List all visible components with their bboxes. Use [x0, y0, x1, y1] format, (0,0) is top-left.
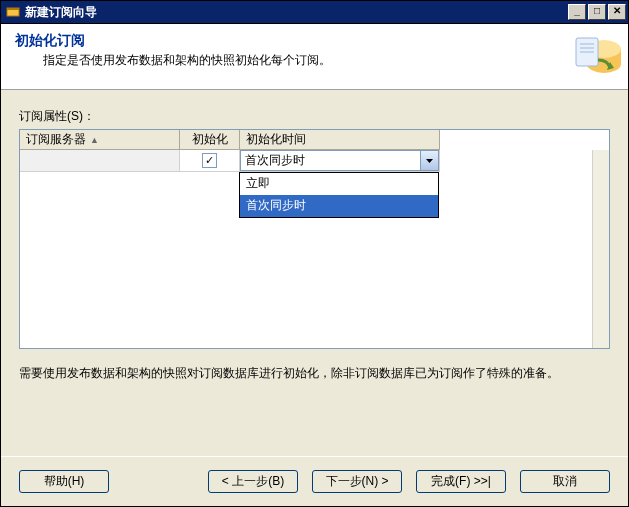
window-controls: _ □ ✕: [568, 2, 628, 22]
col-header-init-label: 初始化: [192, 131, 228, 148]
sort-asc-icon: ▲: [90, 135, 99, 145]
dropdown-option-first-sync[interactable]: 首次同步时: [240, 195, 438, 217]
grid-row: ✓ 首次同步时: [20, 150, 609, 172]
header-panel: 初始化订阅 指定是否使用发布数据和架构的快照初始化每个订阅。: [1, 24, 628, 90]
page-subtitle: 指定是否使用发布数据和架构的快照初始化每个订阅。: [43, 52, 614, 69]
combo-dropdown-button[interactable]: [420, 151, 438, 170]
col-header-time-label: 初始化时间: [246, 131, 306, 148]
svg-marker-10: [426, 159, 433, 163]
chevron-down-icon: [426, 159, 433, 163]
app-icon: [5, 4, 21, 20]
init-time-dropdown-list[interactable]: 立即 首次同步时: [239, 172, 439, 218]
page-title: 初始化订阅: [15, 32, 614, 50]
minimize-button[interactable]: _: [568, 4, 586, 20]
combo-selected-value: 首次同步时: [241, 152, 420, 169]
next-button[interactable]: 下一步(N) >: [312, 470, 402, 493]
dropdown-option-immediate[interactable]: 立即: [240, 173, 438, 195]
col-header-server[interactable]: 订阅服务器 ▲: [20, 130, 180, 150]
cell-time[interactable]: 首次同步时: [240, 150, 440, 172]
button-bar: 帮助(H) < 上一步(B) 下一步(N) > 完成(F) >>| 取消: [1, 456, 628, 506]
col-header-server-label: 订阅服务器: [26, 131, 86, 148]
subscription-grid: 订阅服务器 ▲ 初始化 初始化时间 ✓: [19, 129, 610, 349]
help-button[interactable]: 帮助(H): [19, 470, 109, 493]
maximize-button[interactable]: □: [588, 4, 606, 20]
content-area: 订阅属性(S)： 订阅服务器 ▲ 初始化 初始化时间: [1, 90, 628, 456]
close-button[interactable]: ✕: [608, 4, 626, 20]
init-time-combobox[interactable]: 首次同步时: [240, 150, 439, 171]
col-header-init[interactable]: 初始化: [180, 130, 240, 150]
window-title: 新建订阅向导: [25, 4, 568, 21]
svg-rect-1: [7, 8, 19, 10]
checkmark-icon: ✓: [205, 155, 214, 166]
titlebar[interactable]: 新建订阅向导 _ □ ✕: [1, 1, 628, 24]
grid-vertical-scrollbar[interactable]: [592, 150, 609, 348]
grid-header-row: 订阅服务器 ▲ 初始化 初始化时间: [20, 130, 609, 150]
back-button[interactable]: < 上一步(B): [208, 470, 298, 493]
properties-label: 订阅属性(S)：: [19, 108, 610, 125]
finish-button[interactable]: 完成(F) >>|: [416, 470, 506, 493]
header-graphic-icon: [572, 32, 622, 82]
init-checkbox[interactable]: ✓: [202, 153, 217, 168]
cell-init[interactable]: ✓: [180, 150, 240, 172]
cancel-button[interactable]: 取消: [520, 470, 610, 493]
wizard-window: 新建订阅向导 _ □ ✕ 初始化订阅 指定是否使用发布数据和架构的快照初始化每个…: [0, 0, 629, 507]
col-header-time[interactable]: 初始化时间: [240, 130, 440, 150]
footer-note: 需要使用发布数据和架构的快照对订阅数据库进行初始化，除非订阅数据库已为订阅作了特…: [19, 365, 610, 382]
cell-server[interactable]: [20, 150, 180, 172]
